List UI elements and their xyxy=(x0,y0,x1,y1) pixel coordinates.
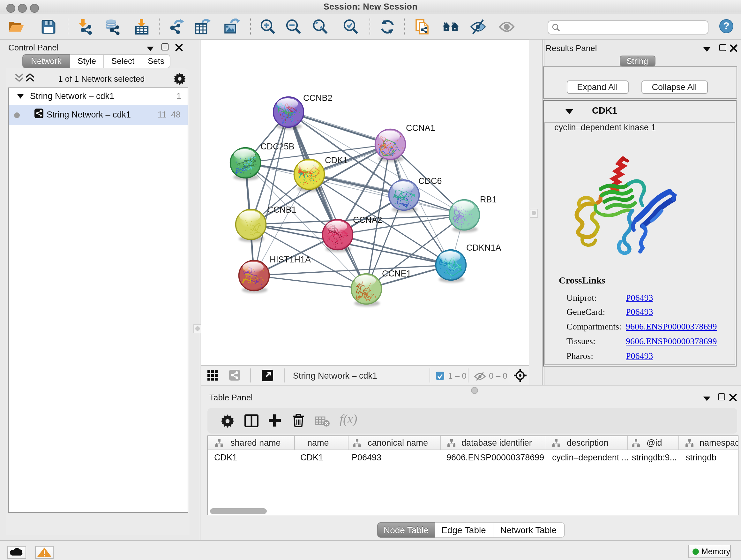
svg-text:CDK1: CDK1 xyxy=(325,155,348,165)
svg-text:CDKN1A: CDKN1A xyxy=(466,243,501,253)
svg-text:CCNE1: CCNE1 xyxy=(382,269,411,278)
svg-text:HIST1H1A: HIST1H1A xyxy=(270,255,311,264)
svg-text:CDC25B: CDC25B xyxy=(260,142,294,151)
svg-text:CCNA1: CCNA1 xyxy=(406,123,435,133)
svg-text:CDC6: CDC6 xyxy=(418,176,442,186)
svg-text:CCNA2: CCNA2 xyxy=(353,215,382,225)
svg-text:CCNB2: CCNB2 xyxy=(303,93,333,103)
svg-text:CCNB1: CCNB1 xyxy=(267,205,296,214)
svg-text:RB1: RB1 xyxy=(480,195,497,204)
